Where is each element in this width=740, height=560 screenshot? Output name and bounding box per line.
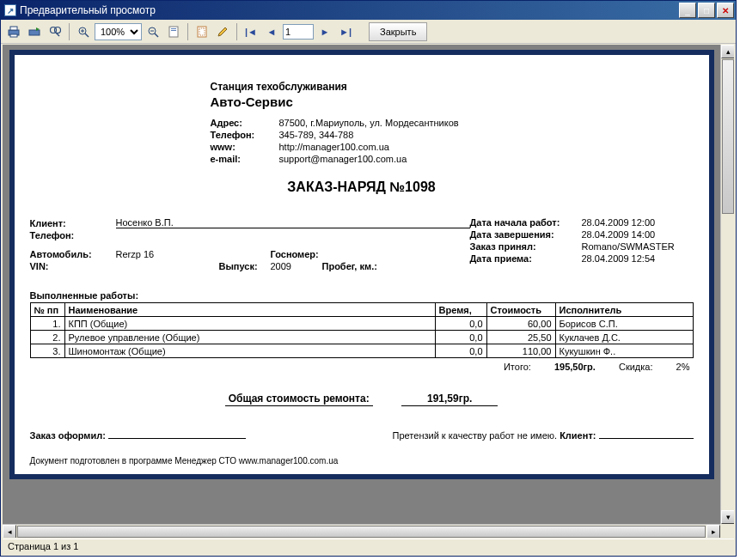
phone-value: 345-789, 344-788 — [279, 130, 354, 140]
scroll-right-button[interactable]: ▸ — [706, 525, 720, 538]
address-label: Адрес: — [211, 118, 279, 128]
scroll-thumb-h[interactable] — [17, 526, 706, 538]
svg-line-8 — [85, 33, 89, 37]
sign-client-label: Клиент: — [560, 430, 596, 441]
svg-point-6 — [55, 27, 61, 33]
zoom-in-button[interactable] — [74, 22, 93, 41]
client-name: Носенко В.П. — [116, 217, 470, 228]
grand-total: Общая стоимость ремонта: 191,59гр. — [30, 393, 694, 405]
export-button[interactable] — [25, 22, 44, 41]
table-row: 3.Шиномонтаж (Общие)0,0110,00Кукушкин Ф.… — [30, 344, 693, 358]
edit-button[interactable] — [213, 22, 232, 41]
status-text: Страница 1 из 1 — [8, 541, 78, 551]
car-label: Автомобиль: — [30, 249, 116, 259]
works-table: № пп Наименование Время, Стоимость Испол… — [30, 302, 694, 358]
table-row: 2.Рулевое управление (Общие)0,025,50Кукл… — [30, 331, 693, 344]
end-value: 28.04.2009 14:00 — [582, 229, 694, 240]
zoom-select[interactable]: 100% — [95, 23, 142, 40]
find-button[interactable] — [46, 22, 64, 41]
address-value: 87500, г.Мариуполь, ул. Мордесантников — [279, 118, 459, 128]
document-page: Станция техобслуживания Авто-Сервис Адре… — [9, 50, 714, 479]
zoom-out-button[interactable] — [144, 22, 162, 41]
plate-label: Госномер: — [271, 249, 339, 259]
year-label: Выпуск: — [219, 261, 271, 271]
signatures: Заказ оформил: Претензий к качеству рабо… — [30, 430, 694, 441]
svg-rect-16 — [171, 30, 176, 31]
close-preview-button[interactable]: Закрыть — [369, 22, 427, 41]
svg-rect-2 — [10, 34, 17, 37]
svg-rect-1 — [10, 27, 17, 30]
client-label: Клиент: — [30, 218, 116, 228]
th-name: Наименование — [64, 303, 435, 317]
accepted-label: Заказ принял: — [470, 241, 582, 252]
scroll-left-button[interactable]: ◂ — [3, 525, 16, 538]
horizontal-scrollbar[interactable]: ◂ ▸ — [3, 524, 720, 538]
th-exec: Исполнитель — [555, 303, 693, 317]
scroll-up-button[interactable]: ▴ — [721, 45, 734, 58]
accepted-value: Romano/SWMASTER — [582, 241, 694, 252]
prev-page-button[interactable]: ◄ — [262, 22, 281, 41]
year-value: 2009 — [271, 261, 322, 271]
preview-window: ↗ Предварительный просмотр _ □ ✕ 100% |◄… — [0, 0, 737, 557]
viewport: Станция техобслуживания Авто-Сервис Адре… — [3, 45, 734, 538]
www-label: www: — [211, 142, 279, 152]
phone-label: Телефон: — [211, 130, 279, 140]
svg-line-12 — [155, 33, 158, 37]
footer-link[interactable]: www.manager100.com.ua — [239, 456, 339, 466]
fit-page-button[interactable] — [164, 22, 183, 41]
scroll-down-button[interactable]: ▾ — [721, 510, 734, 524]
minimize-button[interactable]: _ — [679, 3, 696, 18]
email-label: e-mail: — [211, 154, 279, 164]
statusbar: Страница 1 из 1 — [3, 539, 734, 554]
titlebar: ↗ Предварительный просмотр _ □ ✕ — [1, 1, 736, 20]
toolbar: 100% |◄ ◄ ► ►| Закрыть — [1, 20, 736, 44]
close-window-button[interactable]: ✕ — [717, 3, 734, 18]
th-time: Время, — [435, 303, 486, 317]
next-page-button[interactable]: ► — [315, 22, 334, 41]
first-page-button[interactable]: |◄ — [242, 22, 260, 41]
station-name: Авто-Сервис — [211, 94, 694, 109]
end-label: Дата завершения: — [470, 229, 582, 240]
vin-label: VIN: — [30, 261, 73, 271]
start-value: 28.04.2009 12:00 — [582, 217, 694, 228]
email-value: support@manager100.com.ua — [279, 154, 407, 164]
start-label: Дата начала работ: — [470, 217, 582, 228]
mileage-label: Пробег, км.: — [322, 261, 400, 271]
issued-label: Заказ оформил: — [30, 430, 106, 441]
client-phone-label: Телефон: — [30, 230, 116, 240]
svg-rect-15 — [171, 28, 176, 29]
margins-button[interactable] — [193, 22, 211, 41]
www-value: http://manager100.com.ua — [279, 142, 389, 152]
vertical-scrollbar[interactable]: ▴ ▾ — [720, 45, 734, 524]
app-icon: ↗ — [4, 4, 16, 16]
svg-rect-3 — [29, 30, 40, 35]
claim-text: Претензий к качеству работ не имею. — [393, 430, 558, 441]
works-title: Выполненные работы: — [30, 290, 694, 301]
maximize-button[interactable]: □ — [698, 3, 715, 18]
car-value: Rerzp 16 — [116, 249, 271, 259]
scroll-thumb-v[interactable] — [722, 59, 734, 214]
works-totals: Итого: 195,50гр. Скидка: 2% — [30, 362, 690, 372]
page-input[interactable] — [283, 24, 314, 40]
received-value: 28.04.2009 12:54 — [582, 253, 694, 264]
print-button[interactable] — [4, 22, 23, 41]
received-label: Дата приема: — [470, 253, 582, 264]
station-subtitle: Станция техобслуживания — [211, 81, 694, 93]
th-num: № пп — [30, 303, 64, 317]
th-cost: Стоимость — [486, 303, 555, 317]
last-page-button[interactable]: ►| — [336, 22, 355, 41]
table-row: 1.КПП (Общие)0,060,00Борисов С.П. — [30, 317, 693, 331]
document-title: ЗАКАЗ-НАРЯД №1098 — [30, 180, 694, 195]
window-title: Предварительный просмотр — [20, 4, 679, 16]
svg-rect-14 — [169, 27, 178, 37]
footer: Документ подготовлен в программе Менедже… — [30, 456, 694, 466]
